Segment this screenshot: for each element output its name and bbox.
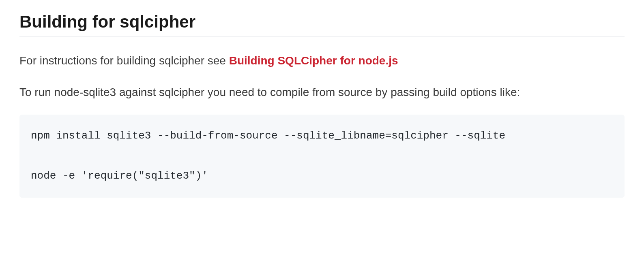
intro-paragraph: For instructions for building sqlcipher …	[19, 51, 625, 70]
instructions-paragraph: To run node-sqlite3 against sqlcipher yo…	[19, 83, 625, 102]
code-block: npm install sqlite3 --build-from-source …	[19, 115, 625, 197]
section-heading: Building for sqlcipher	[19, 12, 625, 37]
sqlcipher-build-link[interactable]: Building SQLCipher for node.js	[229, 54, 398, 67]
intro-text: For instructions for building sqlcipher …	[19, 54, 229, 67]
